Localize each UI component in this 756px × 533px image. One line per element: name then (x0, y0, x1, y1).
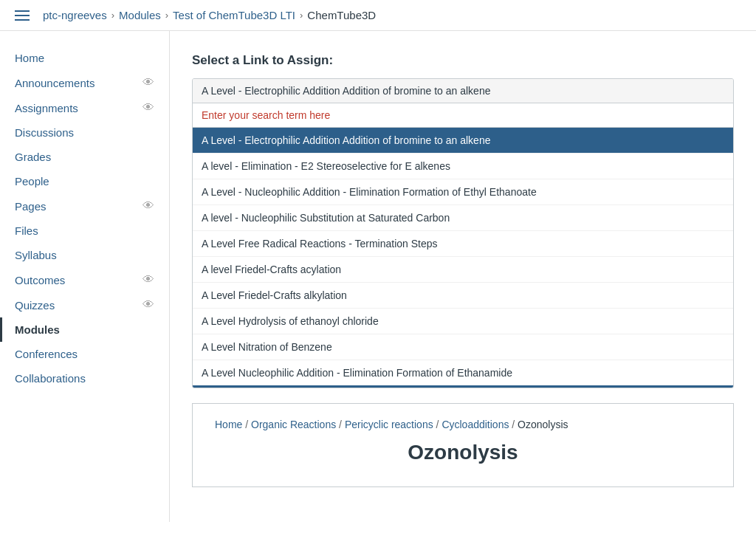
dropdown-item[interactable]: A level - Nucleophilic Substitution at S… (193, 205, 733, 231)
sidebar-label-collaborations: Collaborations (15, 372, 86, 385)
sidebar-item-files[interactable]: Files (0, 219, 169, 243)
layout: HomeAnnouncements👁Assignments👁Discussion… (0, 31, 756, 522)
breadcrumb-separator: / (336, 419, 345, 430)
content-preview: Home / Organic Reactions / Pericyclic re… (192, 403, 734, 487)
sidebar-label-announcements: Announcements (15, 77, 94, 89)
breadcrumb-modules[interactable]: Modules (119, 9, 161, 21)
sidebar-item-quizzes[interactable]: Quizzes👁 (0, 292, 169, 317)
dropdown-item[interactable]: A Level Nucleophilic Addition - Eliminat… (193, 360, 733, 385)
sidebar-item-assignments[interactable]: Assignments👁 (0, 95, 169, 120)
dropdown-container: A Level - Electrophilic Addition Additio… (192, 78, 734, 388)
visibility-icon[interactable]: 👁 (142, 199, 154, 213)
visibility-icon[interactable]: 👁 (142, 273, 154, 286)
breadcrumb-separator: / (433, 419, 442, 430)
header: ptc-ngreeves › Modules › Test of ChemTub… (0, 0, 756, 31)
breadcrumb-test[interactable]: Test of ChemTube3D LTI (173, 9, 295, 21)
sidebar-label-conferences: Conferences (15, 348, 78, 360)
sidebar: HomeAnnouncements👁Assignments👁Discussion… (0, 31, 170, 522)
dropdown-item[interactable]: A Level Free Radical Reactions - Termina… (193, 231, 733, 257)
content-breadcrumb-link[interactable]: Pericyclic reactions (345, 419, 433, 430)
sidebar-item-grades[interactable]: Grades (0, 145, 169, 169)
sidebar-label-grades: Grades (15, 151, 51, 163)
sidebar-label-quizzes: Quizzes (15, 299, 55, 312)
breadcrumb-current: ChemTube3D (307, 9, 376, 21)
search-input[interactable] (193, 103, 733, 127)
visibility-icon[interactable]: 👁 (142, 76, 154, 89)
sidebar-label-files: Files (15, 224, 38, 237)
sidebar-item-people[interactable]: People (0, 169, 169, 193)
dropdown-item[interactable]: A level Friedel-Crafts acylation (193, 257, 733, 283)
dropdown-item[interactable]: A level - Elimination - E2 Stereoselecti… (193, 154, 733, 179)
sidebar-item-conferences[interactable]: Conferences (0, 342, 169, 366)
search-wrapper (193, 103, 733, 128)
sidebar-item-pages[interactable]: Pages👁 (0, 193, 169, 219)
sidebar-item-discussions[interactable]: Discussions (0, 120, 169, 145)
dropdown-list: A Level - Electrophilic Addition Additio… (193, 128, 733, 385)
sidebar-item-outcomes[interactable]: Outcomes👁 (0, 267, 169, 292)
dropdown-item[interactable]: A Level - Electrophilic Addition Additio… (193, 128, 733, 154)
sidebar-label-home: Home (15, 52, 44, 64)
sidebar-label-assignments: Assignments (15, 102, 78, 114)
dropdown-item[interactable]: A Level Friedel-Crafts alkylation (193, 283, 733, 309)
dropdown-selected-value[interactable]: A Level - Electrophilic Addition Additio… (193, 79, 733, 103)
breadcrumb-separator: / (242, 419, 251, 430)
breadcrumb-ptc[interactable]: ptc-ngreeves (43, 9, 107, 21)
content-breadcrumb: Home / Organic Reactions / Pericyclic re… (215, 419, 711, 430)
sidebar-label-modules: Modules (15, 323, 60, 336)
breadcrumb: ptc-ngreeves › Modules › Test of ChemTub… (43, 9, 376, 21)
sidebar-item-home[interactable]: Home (0, 46, 169, 70)
select-title: Select a Link to Assign: (192, 53, 734, 68)
sidebar-label-syllabus: Syllabus (15, 249, 57, 261)
content-breadcrumb-link[interactable]: Cycloadditions (441, 419, 509, 430)
content-breadcrumb-current: Ozonolysis (518, 419, 568, 430)
dropdown-item[interactable]: A Level Hydrolysis of ethanoyl chloride (193, 309, 733, 334)
main-content: Select a Link to Assign: A Level - Elect… (170, 31, 756, 522)
sidebar-label-discussions: Discussions (15, 126, 74, 139)
dropdown-item[interactable]: A Level Nitration of Benzene (193, 334, 733, 360)
sidebar-label-outcomes: Outcomes (15, 274, 65, 286)
sidebar-item-syllabus[interactable]: Syllabus (0, 243, 169, 267)
sidebar-label-people: People (15, 175, 49, 188)
dropdown-item[interactable]: A Level - Nucleophilic Addition - Elimin… (193, 179, 733, 205)
content-title: Ozonolysis (215, 441, 711, 464)
breadcrumb-separator: / (509, 419, 518, 430)
content-breadcrumb-link[interactable]: Organic Reactions (251, 419, 336, 430)
visibility-icon[interactable]: 👁 (142, 101, 154, 114)
sidebar-item-collaborations[interactable]: Collaborations (0, 366, 169, 391)
sidebar-item-modules[interactable]: Modules (0, 317, 169, 342)
hamburger-menu[interactable] (15, 10, 30, 21)
sidebar-item-announcements[interactable]: Announcements👁 (0, 70, 169, 95)
dropdown-bottom-border (193, 385, 733, 388)
visibility-icon[interactable]: 👁 (142, 298, 154, 312)
content-breadcrumb-link[interactable]: Home (215, 419, 242, 430)
sidebar-label-pages: Pages (15, 200, 47, 213)
